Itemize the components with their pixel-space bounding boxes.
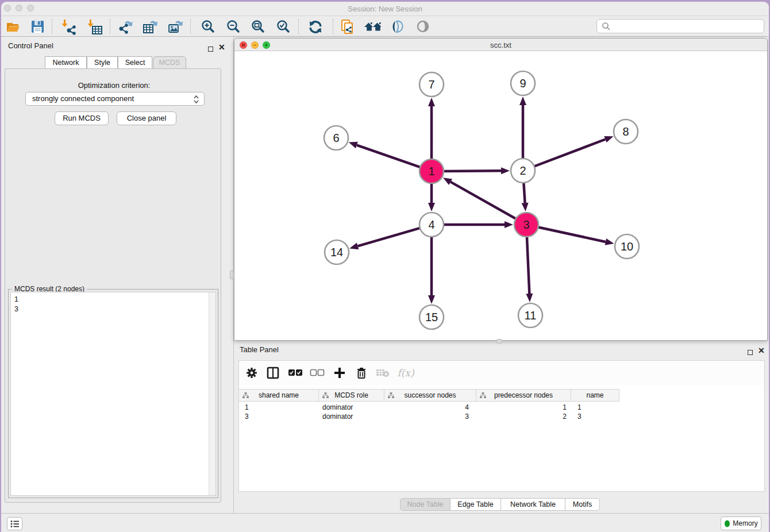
tab-network-table[interactable]: Network Table	[501, 498, 565, 511]
export-table-icon[interactable]	[141, 18, 159, 36]
optimization-dropdown[interactable]: strongly connected component	[25, 92, 205, 106]
graph-edge-arrow	[349, 142, 358, 148]
zoom-in-icon[interactable]	[199, 18, 217, 36]
dropdown-stepper-icon	[194, 95, 199, 103]
import-table-icon[interactable]	[86, 18, 103, 36]
tab-select[interactable]: Select	[118, 56, 152, 69]
tab-mcds[interactable]: MCDS	[153, 56, 186, 69]
export-network-icon[interactable]	[117, 18, 134, 36]
app-title: Session: New Session	[1, 5, 769, 13]
column-header-predecessor-nodes[interactable]: predecessor nodes	[476, 390, 571, 401]
network-canvas[interactable]: 7968124314101511	[234, 51, 767, 340]
table-settings-icon[interactable]	[243, 364, 260, 381]
graph-edge[interactable]	[451, 182, 517, 219]
graph-edge[interactable]	[357, 228, 421, 246]
memory-button[interactable]: Memory	[721, 516, 761, 530]
network-view-window: ✕ − + scc.txt 7968124314101511	[234, 38, 768, 341]
graph-edge-arrow	[522, 203, 529, 211]
task-history-button[interactable]	[7, 517, 22, 530]
graph-edge-arrow	[443, 178, 452, 185]
graph-node-label: 2	[519, 164, 526, 177]
deselect-all-icon[interactable]	[309, 364, 326, 381]
run-mcds-button[interactable]: Run MCDS	[55, 111, 109, 125]
graph-node-label: 8	[622, 125, 629, 138]
refresh-icon[interactable]	[307, 18, 324, 36]
network-window-titlebar[interactable]: ✕ − + scc.txt	[234, 38, 767, 51]
graph-edge-arrow	[526, 294, 533, 302]
graph-node-label: 10	[621, 240, 633, 253]
home-neighbors-icon[interactable]	[364, 18, 381, 36]
column-header-shared-name[interactable]: shared name	[239, 390, 319, 401]
table-panel-title: Table Panel	[240, 345, 279, 354]
create-column-icon[interactable]	[331, 364, 348, 381]
hide-icon[interactable]	[414, 18, 432, 36]
show-columns-icon[interactable]	[264, 364, 282, 381]
graph-edge-arrow	[505, 221, 513, 228]
graph-edge[interactable]	[442, 171, 501, 171]
table-row[interactable]: 1 dominator 4 1 1	[239, 403, 619, 412]
graph-edge-arrow	[604, 136, 613, 142]
zoom-out-icon[interactable]	[225, 18, 242, 36]
tab-motifs[interactable]: Motifs	[565, 498, 600, 511]
function-builder-icon[interactable]: f(x)	[395, 364, 416, 381]
delete-column-icon[interactable]	[353, 364, 370, 381]
open-session-icon[interactable]	[5, 18, 22, 36]
delete-table-icon[interactable]	[374, 364, 391, 381]
export-image-icon[interactable]	[167, 18, 184, 36]
control-panel-title: Control Panel	[8, 41, 53, 50]
horizontal-splitter-handle[interactable]	[496, 339, 502, 344]
graph-edge-arrow	[428, 295, 435, 304]
main-toolbar	[1, 16, 769, 37]
column-header-mcds-role[interactable]: MCDS role	[319, 390, 384, 401]
node-table: f(x) shared name MCDS role successor nod…	[238, 360, 765, 492]
graph-edge-arrow	[605, 238, 614, 245]
mcds-result-scrollbar[interactable]	[209, 292, 215, 495]
graph-node-label: 6	[333, 132, 339, 144]
optimization-label: Optimization criterion:	[1, 81, 227, 90]
tab-node-table[interactable]: Node Table	[400, 498, 451, 511]
graph-edge[interactable]	[533, 139, 606, 167]
graph-edge-arrow	[349, 243, 359, 250]
graph-node-label: 1	[428, 165, 434, 178]
graph-node-label: 15	[425, 311, 438, 323]
tab-edge-table[interactable]: Edge Table	[451, 498, 501, 511]
graph-edge[interactable]	[527, 236, 529, 294]
graph-edge-arrow	[519, 97, 526, 105]
import-network-icon[interactable]	[60, 18, 78, 36]
column-header-name[interactable]: name	[571, 390, 619, 401]
select-all-icon[interactable]	[287, 364, 304, 381]
mcds-result-group: MCDS result (2 nodes) 1 3	[8, 289, 218, 498]
graph-edge[interactable]	[537, 227, 606, 242]
control-panel-close-icon[interactable]: ✕	[218, 42, 225, 52]
graph-node-label: 7	[428, 78, 434, 91]
control-panel-float-icon[interactable]	[208, 44, 213, 54]
column-header-successor-nodes[interactable]: successor nodes	[384, 390, 476, 401]
graph-node-label: 3	[523, 218, 529, 231]
graph-node-label: 9	[519, 77, 526, 90]
zoom-selected-icon[interactable]	[275, 18, 292, 36]
graph-edge[interactable]	[523, 182, 525, 203]
search-input[interactable]	[596, 19, 764, 33]
zoom-fit-icon[interactable]	[249, 18, 267, 36]
tab-style[interactable]: Style	[87, 56, 118, 69]
save-session-icon[interactable]	[29, 18, 47, 36]
status-bar: Memory	[1, 513, 769, 532]
graph-edge[interactable]	[357, 145, 421, 168]
mcds-result-list[interactable]: 1 3	[10, 292, 216, 496]
close-panel-button[interactable]: Close panel	[117, 111, 176, 125]
table-panel-float-icon[interactable]	[748, 347, 753, 357]
app-titlebar: Session: New Session	[1, 2, 769, 16]
clone-network-icon[interactable]	[339, 18, 356, 36]
table-tabs: Node Table Edge Table Network Table Moti…	[400, 498, 600, 511]
table-panel-close-icon[interactable]: ✕	[758, 345, 765, 356]
graph-node-label: 11	[525, 309, 537, 322]
app-window: Session: New Session	[1, 2, 769, 532]
tab-network[interactable]: Network	[45, 56, 87, 69]
graph-edge-arrow	[428, 98, 435, 106]
graph-svg: 7968124314101511	[234, 51, 767, 340]
graph-edge-arrow	[501, 167, 510, 174]
table-header: shared name MCDS role successor nodes pr…	[239, 389, 619, 402]
table-row[interactable]: 3 dominator 3 2 3	[239, 412, 619, 421]
apply-style-icon[interactable]	[389, 18, 406, 36]
table-toolbar: f(x)	[239, 361, 764, 385]
